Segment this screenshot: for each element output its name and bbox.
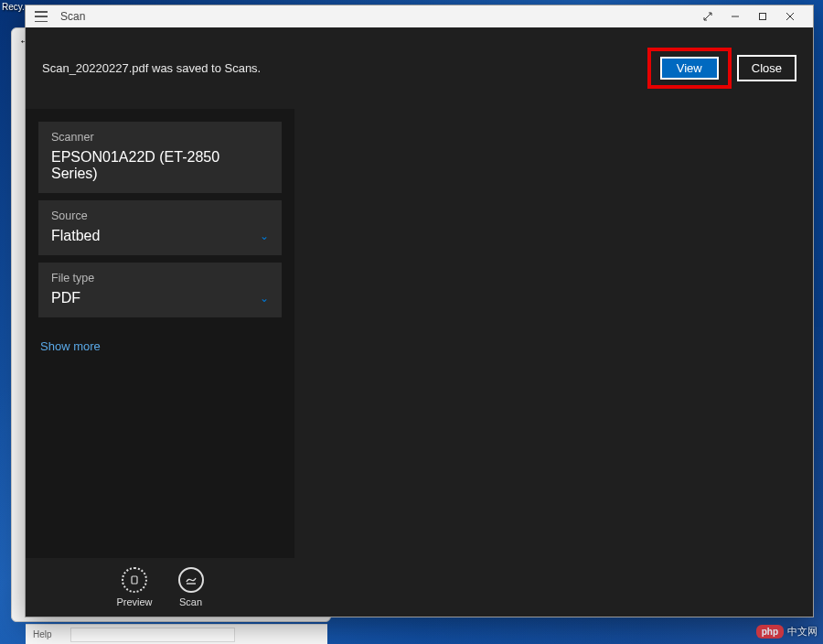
taskbar: Help bbox=[26, 624, 327, 644]
filetype-label: File type bbox=[51, 272, 269, 284]
view-button[interactable]: View bbox=[660, 57, 719, 80]
watermark: php 中文网 bbox=[756, 625, 818, 639]
highlight-annotation: View bbox=[647, 48, 732, 89]
filetype-value: PDF bbox=[51, 290, 80, 306]
filetype-card[interactable]: File type PDF ⌄ bbox=[38, 263, 282, 317]
titlebar: Scan bbox=[26, 5, 813, 27]
action-bar: Preview Scan bbox=[26, 558, 294, 617]
scanner-value: EPSON01A22D (ET-2850 Series) bbox=[51, 149, 269, 182]
scan-app-window: Scan Scan_20220227.pdf was saved to Scan… bbox=[25, 5, 814, 617]
chevron-down-icon[interactable]: ⌄ bbox=[260, 292, 269, 305]
content-area: Scanner EPSON01A22D (ET-2850 Series) Sou… bbox=[26, 109, 813, 617]
preview-label: Preview bbox=[116, 596, 152, 607]
svg-rect-1 bbox=[760, 14, 766, 20]
watermark-badge: php bbox=[756, 625, 784, 639]
preview-area bbox=[294, 109, 813, 617]
taskbar-help-label: Help bbox=[33, 629, 52, 639]
show-more-link[interactable]: Show more bbox=[38, 325, 282, 368]
maximize-icon[interactable] bbox=[749, 6, 776, 27]
svg-rect-4 bbox=[132, 576, 137, 584]
source-label: Source bbox=[51, 209, 269, 222]
save-message: Scan_20220227.pdf was saved to Scans. bbox=[42, 61, 261, 75]
source-value: Flatbed bbox=[51, 228, 100, 244]
minimize-icon[interactable] bbox=[721, 6, 749, 27]
expand-icon[interactable] bbox=[694, 6, 721, 27]
side-panel: Scanner EPSON01A22D (ET-2850 Series) Sou… bbox=[26, 109, 294, 617]
source-card[interactable]: Source Flatbed ⌄ bbox=[38, 200, 282, 255]
window-title: Scan bbox=[60, 10, 85, 23]
notification-bar: Scan_20220227.pdf was saved to Scans. Vi… bbox=[26, 27, 813, 109]
scan-button[interactable]: Scan bbox=[178, 567, 204, 607]
scanner-card[interactable]: Scanner EPSON01A22D (ET-2850 Series) bbox=[38, 122, 282, 193]
scan-icon bbox=[178, 567, 204, 593]
app-body: Scan_20220227.pdf was saved to Scans. Vi… bbox=[26, 27, 813, 617]
watermark-text: 中文网 bbox=[787, 625, 818, 639]
preview-button[interactable]: Preview bbox=[116, 567, 152, 607]
taskbar-search[interactable] bbox=[70, 628, 235, 642]
scan-label: Scan bbox=[179, 596, 202, 607]
close-button[interactable]: Close bbox=[737, 55, 796, 81]
chevron-down-icon[interactable]: ⌄ bbox=[260, 230, 269, 242]
close-icon[interactable] bbox=[776, 6, 804, 27]
preview-icon bbox=[122, 567, 147, 593]
scanner-label: Scanner bbox=[51, 131, 269, 144]
hamburger-icon[interactable] bbox=[35, 11, 48, 22]
